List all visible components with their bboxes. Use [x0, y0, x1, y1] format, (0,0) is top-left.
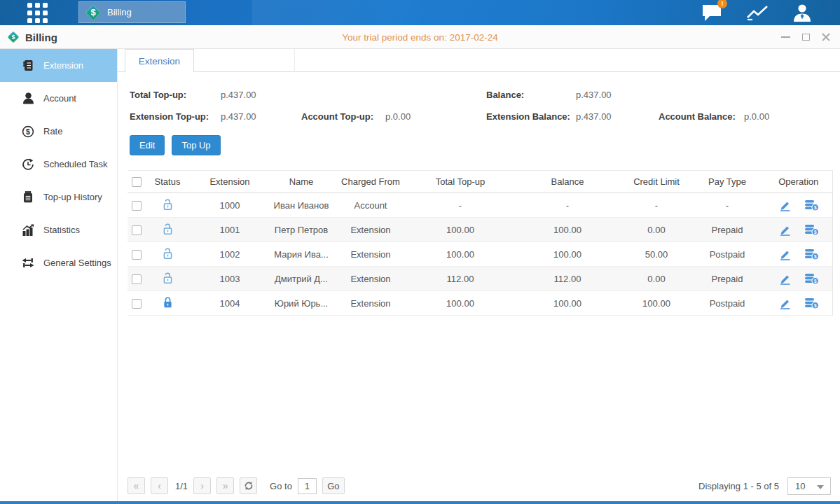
unlocked-icon[interactable]	[162, 223, 174, 235]
table-row: 1001 Петр Петров Extension 100.00 100.00…	[128, 218, 832, 242]
row-checkbox[interactable]	[132, 250, 142, 260]
sidebar-item-label: Statistics	[43, 225, 80, 235]
cell-credit-limit: 0.00	[624, 267, 689, 291]
col-credit-limit: Credit Limit	[624, 171, 689, 193]
row-checkbox[interactable]	[132, 225, 142, 235]
cell-total-topup: 100.00	[409, 291, 511, 316]
select-all-checkbox[interactable]	[132, 177, 142, 187]
sidebar-item-label: Top-up History	[43, 192, 102, 202]
table-row: 1003 Дмитрий Д... Extension 112.00 112.0…	[128, 267, 832, 291]
edit-row-icon[interactable]	[778, 248, 792, 260]
sidebar-item-extension[interactable]: Extension	[0, 49, 117, 82]
page-size-select[interactable]: 10	[787, 477, 831, 495]
go-button[interactable]: Go	[322, 477, 345, 494]
sidebar-item-statistics[interactable]: Statistics	[0, 214, 117, 246]
total-topup-label: Total Top-up:	[130, 90, 221, 100]
col-pay-type: Pay Type	[689, 171, 765, 193]
topup-row-icon[interactable]: $	[804, 224, 819, 236]
next-page-button[interactable]: ›	[193, 477, 211, 494]
first-page-button[interactable]: «	[128, 477, 145, 494]
page-size-value: 10	[788, 481, 805, 491]
bar-chart-arrow-icon	[21, 224, 35, 236]
table-row: 1002 Мария Ива... Extension 100.00 100.0…	[128, 242, 832, 267]
account-topup-label: Account Top-up:	[301, 111, 385, 122]
cell-total-topup: 100.00	[409, 242, 511, 267]
last-page-button[interactable]: »	[216, 477, 234, 494]
sidebar-item-account[interactable]: Account	[0, 82, 117, 115]
unlocked-icon[interactable]	[162, 272, 174, 284]
unlocked-icon[interactable]	[162, 198, 174, 211]
cell-name: Дмитрий Д...	[270, 267, 332, 291]
edit-button[interactable]: Edit	[130, 135, 165, 155]
cell-total-topup: 100.00	[409, 218, 511, 242]
topup-button[interactable]: Top Up	[172, 135, 220, 155]
edit-row-icon[interactable]	[778, 273, 792, 285]
table-row: 1000 Иван Иванов Account - - - - $	[128, 193, 832, 218]
extension-topup-value: p.437.00	[221, 111, 301, 122]
desktop-topbar: $ Billing !	[0, 0, 840, 25]
refresh-button[interactable]	[240, 477, 257, 494]
sidebar-item-topup-history[interactable]: Top-up History	[0, 181, 117, 214]
extension-balance-value: p.437.00	[576, 111, 659, 122]
cell-charged-from: Extension	[332, 218, 409, 242]
clock-history-icon	[21, 158, 35, 171]
dropdown-arrow-icon	[817, 485, 824, 489]
cell-balance: 112.00	[511, 267, 624, 291]
col-status: Status	[146, 171, 189, 193]
edit-row-icon[interactable]	[778, 298, 792, 309]
tab-separator	[294, 49, 295, 72]
cell-charged-from: Account	[332, 193, 409, 218]
cell-pay-type: -	[689, 193, 765, 218]
dollar-circle-icon: $	[21, 125, 35, 138]
topup-row-icon[interactable]: $	[804, 298, 819, 309]
minimize-icon[interactable]	[780, 31, 791, 43]
balance-label: Balance:	[486, 90, 576, 100]
topup-row-icon[interactable]: $	[804, 273, 819, 285]
goto-page-input[interactable]	[298, 478, 317, 494]
maximize-icon[interactable]	[800, 31, 811, 43]
account-balance-value: p.0.00	[744, 111, 769, 122]
cell-credit-limit: 100.00	[624, 291, 689, 316]
cell-credit-limit: 0.00	[624, 218, 689, 242]
sidebar-item-general-settings[interactable]: General Settings	[0, 246, 117, 279]
app-grid-icon[interactable]	[21, 2, 53, 23]
cell-extension: 1004	[189, 291, 270, 316]
topup-row-icon[interactable]: $	[804, 248, 819, 260]
row-checkbox[interactable]	[132, 201, 142, 211]
sidebar-item-label: General Settings	[43, 258, 111, 268]
taskbar-tab-billing[interactable]: $ Billing	[78, 1, 186, 23]
balance-value: p.437.00	[576, 90, 612, 100]
sidebar-item-label: Rate	[43, 126, 62, 136]
resource-monitor-icon[interactable]	[745, 4, 769, 22]
table-header-row: Status Extension Name Charged From Total…	[128, 171, 832, 193]
app-grid-dots	[27, 3, 48, 23]
col-balance: Balance	[511, 171, 624, 193]
sidebar-item-rate[interactable]: $ Rate	[0, 115, 117, 148]
desktop-bottom-strip	[0, 501, 840, 504]
pagination-bar: « ‹ 1/1 › » Go to Go Displaying 1 - 5 of…	[128, 476, 831, 496]
tab-extension[interactable]: Extension	[125, 49, 194, 72]
cell-balance: -	[511, 193, 624, 218]
row-checkbox[interactable]	[132, 299, 142, 309]
cell-charged-from: Extension	[332, 267, 409, 291]
unlocked-icon[interactable]	[162, 247, 174, 260]
close-icon[interactable]	[820, 31, 832, 43]
notifications-chat-icon[interactable]: !	[701, 4, 722, 22]
user-account-icon[interactable]	[792, 4, 812, 22]
extension-table: Status Extension Name Charged From Total…	[128, 170, 833, 316]
locked-icon[interactable]	[162, 296, 174, 309]
row-checkbox[interactable]	[132, 274, 142, 284]
edit-row-icon[interactable]	[778, 200, 792, 211]
cell-name: Иван Иванов	[270, 193, 332, 218]
cell-pay-type: Prepaid	[689, 267, 765, 291]
sidebar-item-scheduled-task[interactable]: Scheduled Task	[0, 148, 117, 181]
edit-row-icon[interactable]	[778, 224, 792, 236]
cell-balance: 100.00	[511, 291, 624, 316]
displaying-text: Displaying 1 - 5 of 5	[698, 481, 779, 491]
cell-extension: 1001	[189, 218, 270, 242]
topup-row-icon[interactable]: $	[804, 200, 819, 211]
prev-page-button[interactable]: ‹	[151, 477, 168, 494]
summary-panel: Total Top-up: p.437.00 Balance: p.437.00…	[130, 84, 830, 127]
total-topup-value: p.437.00	[221, 90, 256, 100]
col-charged-from: Charged From	[332, 171, 409, 193]
